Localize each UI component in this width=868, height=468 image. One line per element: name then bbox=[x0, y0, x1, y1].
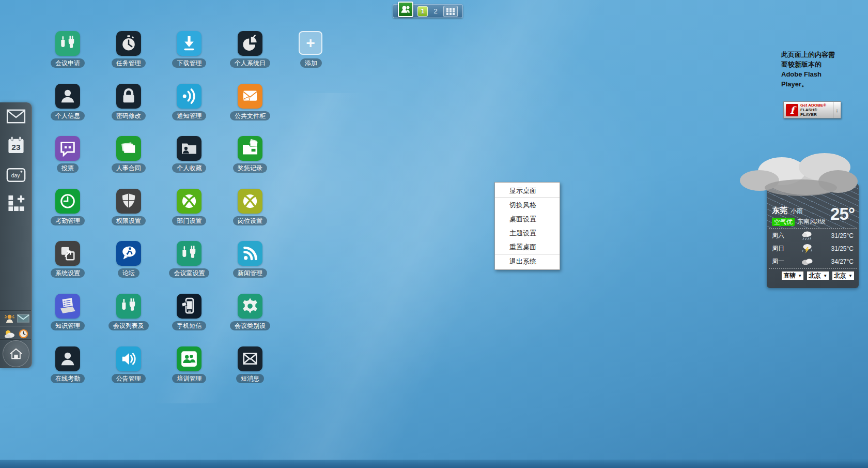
weather-widget: 东莞 小雨 空气优 东南风3级 25° 周六31/25°C周日31/25°C周一… bbox=[767, 184, 859, 288]
desktop-icon[interactable]: 论坛 bbox=[116, 241, 141, 280]
menu-item[interactable]: 切换风格 bbox=[495, 198, 560, 212]
xbox-icon bbox=[238, 189, 262, 214]
desktop-icon[interactable]: 系统设置 bbox=[55, 241, 80, 280]
chevron-down-icon: ▼ bbox=[848, 274, 853, 278]
chevron-down-icon: ▼ bbox=[823, 274, 827, 278]
desktop-icon[interactable]: 个人信息 bbox=[55, 84, 80, 123]
xbox-icon bbox=[177, 189, 202, 214]
add-app-button[interactable]: + 添加 bbox=[299, 31, 323, 70]
desktop-icon[interactable]: 考勤管理 bbox=[55, 189, 80, 228]
menu-item[interactable]: 退出系统 bbox=[495, 254, 560, 268]
weather-wind: 东南风3级 bbox=[797, 217, 826, 226]
desktop-icon[interactable]: 公共文件柜 bbox=[238, 84, 262, 123]
sidebar-divider bbox=[0, 339, 31, 340]
app-label: 新闻管理 bbox=[233, 268, 267, 278]
menu-item[interactable]: 显示桌面 bbox=[495, 184, 560, 198]
shield-icon bbox=[116, 189, 141, 214]
laptop-icon bbox=[55, 294, 80, 319]
desktop-icon[interactable]: 任务管理 bbox=[116, 31, 141, 70]
desktop-icon[interactable]: 部门设置 bbox=[177, 189, 202, 228]
desktop-icon[interactable]: 投票 bbox=[55, 136, 80, 175]
lock-icon bbox=[116, 84, 141, 109]
forecast-temp: 31/25°C bbox=[825, 232, 854, 239]
app-label: 任务管理 bbox=[112, 58, 146, 68]
desktop-icon[interactable]: 权限设置 bbox=[116, 189, 141, 228]
app-label: 会议列表及 bbox=[109, 321, 149, 330]
pager-page-2[interactable]: 2 bbox=[432, 7, 439, 15]
desktop-icon[interactable]: 在线考勤 bbox=[55, 346, 80, 386]
sidebar-divider bbox=[0, 326, 31, 326]
desktop-icon[interactable]: 个人收藏 bbox=[177, 136, 202, 175]
forecast-temp: 31/25°C bbox=[825, 245, 854, 252]
rain-icon bbox=[794, 230, 825, 241]
mail-icon[interactable] bbox=[6, 109, 26, 126]
weather-city: 东莞 bbox=[772, 206, 787, 215]
desktop-icon[interactable]: 短消息 bbox=[238, 346, 262, 386]
forecast-day: 周日 bbox=[772, 244, 794, 253]
menu-item[interactable]: 主题设置 bbox=[495, 226, 560, 240]
region-select[interactable]: 北京▼ bbox=[807, 271, 829, 280]
contacts-people-icon[interactable] bbox=[398, 2, 413, 17]
app-label: 密码修改 bbox=[112, 111, 146, 120]
desktop-icon[interactable]: 岗位设置 bbox=[238, 189, 262, 228]
app-label: 奖惩记录 bbox=[233, 163, 267, 173]
desktop-icon[interactable]: 个人系统日 bbox=[238, 31, 262, 70]
home-icon[interactable] bbox=[3, 340, 29, 367]
pager-page-1[interactable]: 1 bbox=[417, 6, 428, 17]
user-alert-icon[interactable] bbox=[3, 312, 16, 324]
desktop-pager-bar: 1 2 bbox=[393, 4, 463, 18]
app-label: 知识管理 bbox=[51, 321, 85, 330]
desktop-icon[interactable]: 通知管理 bbox=[177, 84, 202, 123]
flash-logo-icon: f bbox=[786, 104, 798, 116]
weather-region-selects: 直辖▼北京▼北京▼ bbox=[767, 269, 859, 282]
desktop-icon[interactable]: 新闻管理 bbox=[238, 241, 262, 280]
mail-small-icon[interactable] bbox=[17, 312, 29, 324]
calendar-day-number: 23 bbox=[11, 143, 21, 152]
menu-item[interactable]: 重置桌面 bbox=[495, 240, 560, 254]
desktop-icon[interactable]: 下载管理 bbox=[177, 31, 202, 70]
speaker-icon bbox=[116, 346, 141, 371]
flash-button-line1: Get ADOBE® bbox=[800, 103, 833, 108]
air-quality-badge: 空气优 bbox=[772, 218, 795, 226]
forum-icon bbox=[116, 241, 141, 266]
desktop-icon[interactable]: 知识管理 bbox=[55, 294, 80, 333]
app-label: 公告管理 bbox=[112, 374, 146, 383]
desktop-icon[interactable]: 公告管理 bbox=[116, 346, 141, 386]
flash-player-notice: 此页面上的内容需要较新版本的 Adobe Flash Player。 bbox=[781, 50, 839, 89]
region-select[interactable]: 北京▼ bbox=[832, 271, 855, 280]
app-label: 会议申请 bbox=[51, 58, 85, 68]
menu-item[interactable]: 桌面设置 bbox=[495, 212, 560, 226]
region-select-value: 直辖 bbox=[783, 271, 796, 280]
desktop-background: 1 2 会议申请任务管理下载管理个人系统日个人信息密码修改通知管理公共文件柜投票… bbox=[0, 0, 868, 468]
desktop-icon[interactable]: 会议列表及 bbox=[116, 294, 141, 333]
folder-docs-icon bbox=[238, 136, 262, 161]
envelope-icon bbox=[238, 84, 262, 109]
weather-small-icon[interactable] bbox=[3, 328, 16, 339]
desktop-icon[interactable]: 密码修改 bbox=[116, 84, 141, 123]
grid-view-icon[interactable] bbox=[443, 6, 458, 17]
desktop-icon[interactable]: 会议室设置 bbox=[177, 241, 202, 280]
desktop-icon[interactable]: 会议申请 bbox=[55, 31, 80, 70]
clock-icon bbox=[55, 189, 80, 214]
day-view-icon[interactable]: day bbox=[6, 168, 26, 185]
desktop-icon[interactable]: 奖惩记录 bbox=[238, 136, 262, 175]
app-label: 短消息 bbox=[236, 374, 264, 383]
widgets-add-icon[interactable] bbox=[8, 194, 25, 214]
app-label: 会议类别设 bbox=[230, 321, 270, 330]
desktop-icon[interactable]: 培训管理 bbox=[177, 346, 202, 386]
forecast-day: 周一 bbox=[772, 257, 794, 266]
desktop-icon[interactable]: 手机短信 bbox=[177, 294, 202, 333]
get-flash-player-button[interactable]: f Get ADOBE® FLASH® PLAYER ↓ bbox=[783, 101, 841, 118]
stopwatch-icon bbox=[116, 31, 141, 56]
desktop-icon[interactable]: 人事合同 bbox=[116, 136, 141, 175]
download-arrow-icon: ↓ bbox=[833, 102, 841, 118]
app-label: 在线考勤 bbox=[51, 374, 85, 383]
region-select[interactable]: 直辖▼ bbox=[781, 271, 804, 280]
desktop-icon[interactable]: 会议类别设 bbox=[238, 294, 262, 333]
calendar-icon[interactable]: 23 bbox=[7, 135, 25, 157]
person-icon bbox=[55, 346, 80, 371]
gear-icon bbox=[238, 294, 262, 319]
clock-small-icon[interactable] bbox=[17, 328, 29, 339]
mail-outline-icon bbox=[238, 346, 262, 371]
pie-icon bbox=[238, 31, 262, 56]
